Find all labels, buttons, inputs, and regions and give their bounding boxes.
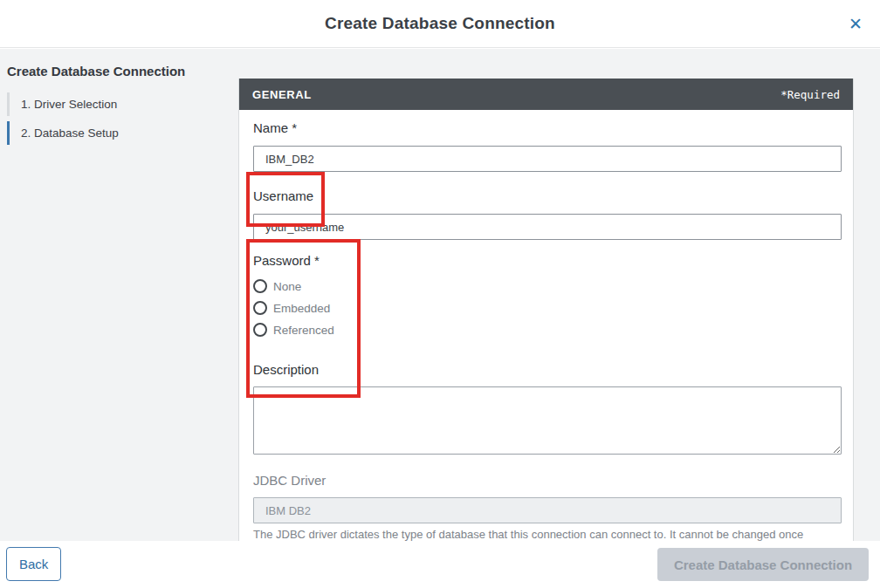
modal-footer: Back Create Database Connection bbox=[0, 541, 880, 588]
password-radio-none[interactable]: None bbox=[253, 277, 301, 295]
password-option-label: None bbox=[273, 280, 301, 293]
modal-body: Create Database Connection 1. Driver Sel… bbox=[0, 49, 880, 541]
password-option-label: Referenced bbox=[273, 324, 334, 337]
username-label: Username bbox=[253, 188, 313, 203]
description-textarea[interactable] bbox=[253, 386, 842, 455]
modal-title: Create Database Connection bbox=[325, 14, 555, 33]
back-button[interactable]: Back bbox=[6, 547, 61, 581]
password-label: Password * bbox=[253, 253, 320, 268]
general-panel-header: GENERAL *Required bbox=[239, 79, 853, 110]
name-input[interactable] bbox=[253, 146, 842, 172]
name-label: Name * bbox=[253, 120, 297, 135]
jdbc-driver-label: JDBC Driver bbox=[253, 473, 326, 488]
wizard-step-driver-selection[interactable]: 1. Driver Selection bbox=[7, 92, 225, 116]
general-panel: GENERAL *Required Name * Username Passwo… bbox=[238, 79, 854, 541]
username-input[interactable] bbox=[253, 214, 842, 240]
password-radio-embedded[interactable]: Embedded bbox=[253, 299, 330, 317]
create-database-connection-button[interactable]: Create Database Connection bbox=[657, 548, 869, 581]
jdbc-driver-input bbox=[253, 497, 842, 523]
required-note: *Required bbox=[780, 88, 840, 101]
wizard-sidebar: Create Database Connection 1. Driver Sel… bbox=[7, 64, 225, 150]
jdbc-driver-help-text: The JDBC driver dictates the type of dat… bbox=[253, 528, 847, 541]
wizard-step-database-setup[interactable]: 2. Database Setup bbox=[7, 121, 225, 145]
description-label: Description bbox=[253, 362, 319, 377]
general-section-title: GENERAL bbox=[252, 88, 312, 101]
radio-circle-icon[interactable] bbox=[253, 323, 267, 337]
wizard-heading: Create Database Connection bbox=[7, 64, 225, 79]
close-icon[interactable]: ✕ bbox=[843, 11, 868, 36]
password-radio-referenced[interactable]: Referenced bbox=[253, 321, 334, 338]
modal-header: Create Database Connection ✕ bbox=[0, 0, 880, 48]
radio-circle-icon[interactable] bbox=[253, 301, 267, 315]
password-option-label: Embedded bbox=[273, 302, 330, 315]
radio-circle-icon[interactable] bbox=[253, 279, 267, 293]
